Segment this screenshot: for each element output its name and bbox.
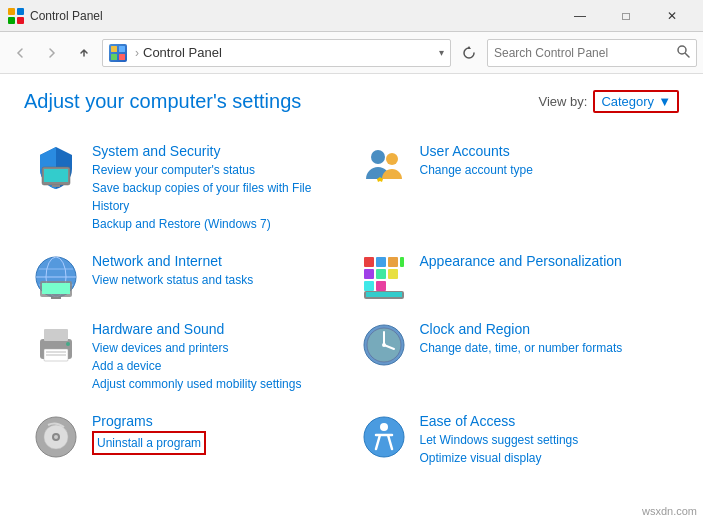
refresh-button[interactable] [455, 39, 483, 67]
forward-button[interactable] [38, 39, 66, 67]
svg-rect-33 [366, 292, 402, 297]
svg-point-14 [386, 153, 398, 165]
svg-rect-22 [51, 297, 61, 299]
breadcrumb-current: Control Panel [143, 45, 222, 60]
viewby-dropdown[interactable]: Category ▼ [593, 90, 679, 113]
change-account-type-link[interactable]: Change account type [420, 161, 672, 179]
view-devices-link[interactable]: View devices and printers [92, 339, 344, 357]
svg-rect-0 [8, 8, 15, 15]
hardware-sound-title[interactable]: Hardware and Sound [92, 321, 344, 337]
review-status-link[interactable]: Review your computer's status [92, 161, 344, 179]
search-input[interactable] [494, 46, 677, 60]
category-hardware-sound: Hardware and Sound View devices and prin… [24, 311, 352, 403]
change-datetime-link[interactable]: Change date, time, or number formats [420, 339, 672, 357]
svg-rect-29 [388, 269, 398, 279]
add-device-link[interactable]: Add a device [92, 357, 344, 375]
svg-rect-25 [388, 257, 398, 267]
watermark: wsxdn.com [642, 505, 697, 517]
clock-region-icon [360, 321, 408, 369]
view-network-status-link[interactable]: View network status and tasks [92, 271, 344, 289]
svg-rect-6 [111, 54, 117, 60]
svg-point-50 [380, 423, 388, 431]
main-content: Adjust your computer's settings View by:… [0, 74, 703, 521]
programs-content: Programs Uninstall a program [92, 413, 344, 455]
svg-rect-11 [44, 169, 68, 182]
svg-rect-38 [46, 354, 66, 356]
category-ease-of-access: Ease of Access Let Windows suggest setti… [352, 403, 680, 477]
system-security-title[interactable]: System and Security [92, 143, 344, 159]
svg-rect-24 [376, 257, 386, 267]
network-internet-content: Network and Internet View network status… [92, 253, 344, 289]
clock-region-content: Clock and Region Change date, time, or n… [420, 321, 672, 357]
svg-rect-3 [17, 17, 24, 24]
svg-rect-4 [111, 46, 117, 52]
svg-point-13 [371, 150, 385, 164]
user-accounts-title[interactable]: User Accounts [420, 143, 672, 159]
programs-icon [32, 413, 80, 461]
appearance-personalization-icon [360, 253, 408, 301]
svg-rect-1 [17, 8, 24, 15]
viewby-value: Category [601, 94, 654, 109]
svg-point-39 [66, 342, 70, 346]
svg-rect-21 [42, 283, 70, 294]
hardware-sound-icon [32, 321, 80, 369]
user-accounts-content: User Accounts Change account type [420, 143, 672, 179]
windows-suggest-link[interactable]: Let Windows suggest settings [420, 431, 672, 449]
user-accounts-icon [360, 143, 408, 191]
page-title: Adjust your computer's settings [24, 90, 301, 113]
system-security-icon [32, 143, 80, 191]
category-system-security: System and Security Review your computer… [24, 133, 352, 243]
back-button[interactable] [6, 39, 34, 67]
backup-restore-link[interactable]: Backup and Restore (Windows 7) [92, 215, 344, 233]
svg-rect-27 [364, 269, 374, 279]
maximize-button[interactable]: □ [603, 0, 649, 32]
up-button[interactable] [70, 39, 98, 67]
system-security-content: System and Security Review your computer… [92, 143, 344, 233]
viewby-label: View by: [538, 94, 587, 109]
svg-rect-35 [44, 329, 68, 341]
ease-of-access-content: Ease of Access Let Windows suggest setti… [420, 413, 672, 467]
uninstall-program-link[interactable]: Uninstall a program [92, 431, 206, 455]
svg-rect-28 [376, 269, 386, 279]
app-icon [8, 8, 24, 24]
hardware-sound-content: Hardware and Sound View devices and prin… [92, 321, 344, 393]
svg-point-44 [382, 343, 386, 347]
category-user-accounts: User Accounts Change account type [352, 133, 680, 243]
network-internet-icon [32, 253, 80, 301]
search-box[interactable] [487, 39, 697, 67]
titlebar: Control Panel — □ ✕ [0, 0, 703, 32]
appearance-personalization-content: Appearance and Personalization [420, 253, 672, 271]
svg-rect-23 [364, 257, 374, 267]
category-appearance-personalization: Appearance and Personalization [352, 243, 680, 311]
clock-region-title[interactable]: Clock and Region [420, 321, 672, 337]
minimize-button[interactable]: — [557, 0, 603, 32]
window-controls: — □ ✕ [557, 0, 695, 32]
addressbar: › Control Panel ▾ [0, 32, 703, 74]
category-network-internet: Network and Internet View network status… [24, 243, 352, 311]
svg-rect-7 [119, 54, 125, 60]
close-button[interactable]: ✕ [649, 0, 695, 32]
svg-rect-30 [364, 281, 374, 291]
appearance-personalization-title[interactable]: Appearance and Personalization [420, 253, 672, 269]
svg-point-48 [54, 435, 58, 439]
viewby-arrow-icon: ▼ [658, 94, 671, 109]
svg-rect-31 [376, 281, 386, 291]
svg-point-8 [678, 46, 686, 54]
content-header: Adjust your computer's settings View by:… [24, 90, 679, 113]
breadcrumb-dropdown-icon: ▾ [439, 47, 444, 58]
svg-rect-37 [46, 351, 66, 353]
programs-title[interactable]: Programs [92, 413, 344, 429]
optimize-visual-link[interactable]: Optimize visual display [420, 449, 672, 467]
breadcrumb-icon [109, 44, 127, 62]
search-icon[interactable] [677, 45, 690, 61]
mobility-settings-link[interactable]: Adjust commonly used mobility settings [92, 375, 344, 393]
file-history-link[interactable]: Save backup copies of your files with Fi… [92, 179, 344, 215]
category-programs: Programs Uninstall a program [24, 403, 352, 477]
categories-grid: System and Security Review your computer… [24, 133, 679, 477]
breadcrumb[interactable]: › Control Panel ▾ [102, 39, 451, 67]
viewby-control: View by: Category ▼ [538, 90, 679, 113]
network-internet-title[interactable]: Network and Internet [92, 253, 344, 269]
svg-rect-5 [119, 46, 125, 52]
ease-of-access-title[interactable]: Ease of Access [420, 413, 672, 429]
svg-line-9 [686, 53, 690, 57]
